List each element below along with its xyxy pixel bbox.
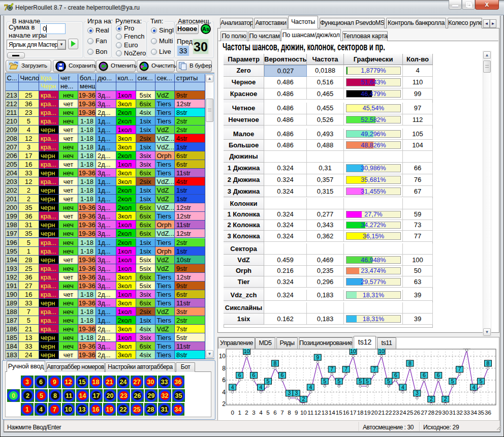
svg-text:3: 3 — [288, 390, 291, 396]
svg-text:19: 19 — [364, 410, 371, 416]
svg-text:8: 8 — [408, 360, 412, 366]
svg-text:9: 9 — [316, 354, 319, 360]
svg-text:4: 4 — [472, 384, 476, 390]
svg-text:7: 7 — [330, 366, 333, 372]
svg-text:36: 36 — [485, 410, 491, 416]
svg-text:11: 11 — [307, 410, 313, 416]
svg-text:4: 4 — [222, 389, 226, 396]
svg-text:5: 5 — [480, 378, 483, 384]
svg-text:30: 30 — [442, 410, 449, 416]
svg-text:2: 2 — [444, 396, 447, 402]
svg-text:6: 6 — [423, 372, 426, 378]
svg-text:5: 5 — [337, 378, 340, 384]
svg-text:10: 10 — [244, 349, 250, 354]
svg-text:6: 6 — [437, 372, 440, 378]
svg-text:18: 18 — [357, 410, 364, 416]
svg-text:4: 4 — [259, 410, 263, 416]
svg-text:6: 6 — [273, 410, 276, 416]
svg-text:5: 5 — [267, 378, 270, 384]
svg-text:2: 2 — [430, 396, 433, 402]
svg-text:8: 8 — [273, 360, 276, 366]
svg-text:27: 27 — [421, 410, 427, 416]
svg-text:14: 14 — [329, 410, 335, 416]
svg-text:24: 24 — [400, 410, 406, 416]
svg-text:4: 4 — [401, 384, 404, 390]
svg-text:15: 15 — [336, 410, 342, 416]
svg-text:5: 5 — [366, 378, 369, 384]
svg-text:10: 10 — [379, 349, 385, 354]
svg-text:10: 10 — [219, 353, 226, 360]
svg-text:16: 16 — [343, 410, 350, 416]
svg-text:0: 0 — [231, 410, 234, 416]
svg-text:5: 5 — [387, 378, 390, 384]
svg-text:8: 8 — [487, 360, 490, 366]
svg-text:5: 5 — [451, 378, 454, 384]
svg-text:28: 28 — [428, 410, 434, 416]
svg-text:2: 2 — [245, 410, 248, 416]
svg-text:4: 4 — [309, 384, 312, 390]
svg-text:5: 5 — [323, 378, 326, 384]
svg-text:10: 10 — [300, 410, 307, 416]
svg-text:6: 6 — [238, 372, 241, 378]
svg-text:7: 7 — [280, 410, 284, 416]
svg-text:20: 20 — [371, 410, 378, 416]
svg-text:7: 7 — [373, 366, 376, 372]
svg-text:29: 29 — [435, 410, 442, 416]
svg-text:25: 25 — [407, 410, 414, 416]
svg-text:9: 9 — [295, 410, 298, 416]
svg-text:2: 2 — [222, 400, 226, 408]
svg-text:17: 17 — [350, 410, 357, 416]
svg-text:3: 3 — [416, 390, 419, 396]
svg-text:5: 5 — [359, 378, 362, 384]
svg-text:34: 34 — [470, 410, 477, 416]
svg-text:12: 12 — [314, 410, 321, 416]
svg-text:8: 8 — [222, 365, 226, 372]
svg-text:26: 26 — [414, 410, 420, 416]
svg-text:31: 31 — [449, 410, 456, 416]
svg-text:10: 10 — [350, 349, 356, 354]
svg-text:4: 4 — [260, 384, 263, 390]
svg-text:1: 1 — [238, 410, 241, 416]
svg-text:22: 22 — [386, 410, 392, 416]
svg-text:35: 35 — [478, 410, 484, 416]
svg-text:6: 6 — [280, 372, 284, 378]
svg-text:4: 4 — [231, 384, 234, 390]
svg-text:32: 32 — [456, 410, 463, 416]
svg-text:5: 5 — [266, 410, 269, 416]
svg-text:13: 13 — [322, 410, 328, 416]
svg-text:7: 7 — [344, 366, 348, 372]
svg-text:3: 3 — [295, 390, 298, 396]
svg-text:6: 6 — [222, 377, 226, 384]
svg-text:33: 33 — [463, 410, 470, 416]
svg-text:3: 3 — [252, 410, 255, 416]
svg-text:7: 7 — [458, 366, 461, 372]
svg-text:6: 6 — [253, 372, 256, 378]
svg-text:23: 23 — [393, 410, 399, 416]
svg-text:21: 21 — [379, 410, 385, 416]
svg-text:2: 2 — [302, 396, 305, 402]
svg-text:8: 8 — [288, 410, 291, 416]
svg-text:6: 6 — [394, 372, 397, 378]
